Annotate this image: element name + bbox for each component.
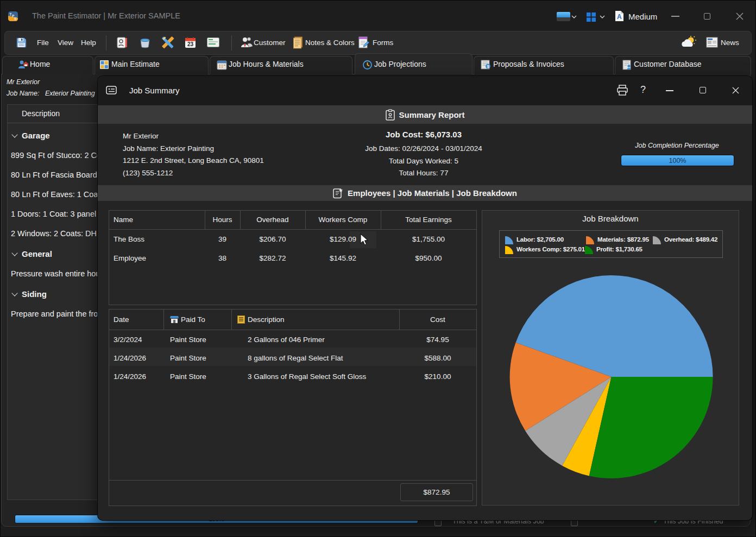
svg-text:T: T — [10, 12, 12, 16]
svg-text:23: 23 — [187, 41, 194, 47]
svg-text:A: A — [617, 13, 622, 21]
svg-text:E: E — [15, 17, 17, 21]
